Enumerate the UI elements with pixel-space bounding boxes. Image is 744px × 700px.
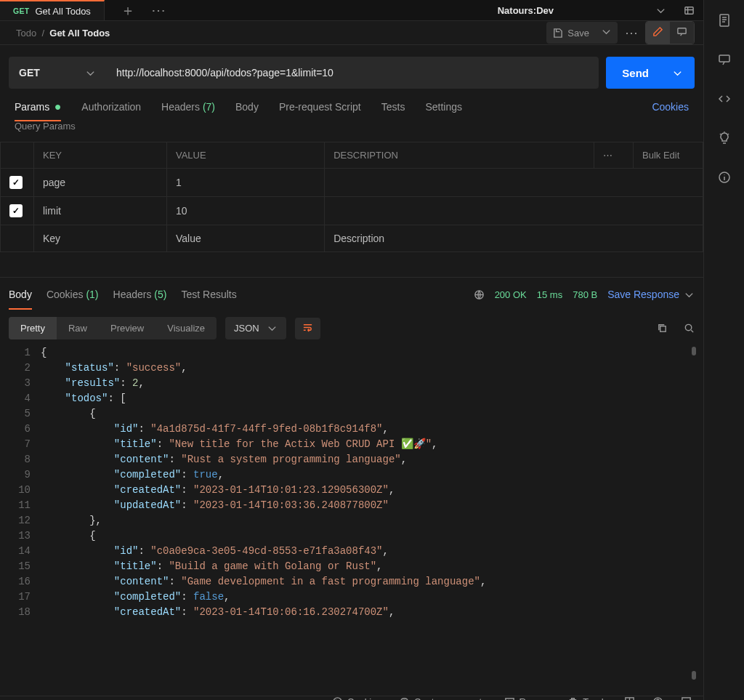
wrap-lines-icon[interactable] — [295, 318, 320, 339]
save-label: Save — [567, 28, 589, 39]
param-desc-placeholder[interactable]: Description — [325, 225, 703, 252]
format-select[interactable]: JSON — [225, 317, 286, 339]
view-row: Pretty Raw Preview Visualize JSON — [0, 311, 703, 345]
environment-selector[interactable]: Natours:Dev — [489, 0, 675, 20]
request-tabs: Params ● Authorization Headers (7) Body … — [0, 100, 703, 113]
resp-tab-cookies[interactable]: Cookies (1) — [46, 289, 99, 300]
tab-body[interactable]: Body — [235, 101, 259, 113]
documentation-icon[interactable] — [717, 13, 732, 28]
response-tabs: Body Cookies (1) Headers (5) Test Result… — [0, 278, 703, 311]
bottom-cookies[interactable]: Cookies — [332, 696, 381, 700]
send-label: Send — [622, 67, 649, 79]
lightbulb-icon[interactable] — [717, 131, 732, 145]
search-icon[interactable] — [684, 323, 695, 334]
param-desc[interactable] — [325, 197, 703, 225]
chevron-down-icon — [684, 289, 695, 300]
scrollbar-thumb[interactable] — [692, 347, 696, 355]
new-tab-icon[interactable]: ＋ — [121, 1, 135, 20]
tab-settings[interactable]: Settings — [425, 101, 462, 113]
row-checkbox[interactable]: ✓ — [1, 197, 34, 225]
method-select[interactable]: GET — [9, 57, 106, 89]
tab-prerequest[interactable]: Pre-request Script — [279, 101, 361, 113]
url-input[interactable] — [106, 57, 599, 89]
comment-icon[interactable] — [670, 22, 694, 44]
view-mode-toggle — [645, 21, 695, 44]
param-key[interactable]: limit — [34, 197, 167, 225]
url-row: GET Send — [0, 45, 703, 100]
status-bar: Cookies Capture requests Runner Trash — [0, 696, 703, 700]
trash-icon — [567, 696, 578, 700]
save-button[interactable]: Save — [546, 22, 595, 44]
tab-tests[interactable]: Tests — [381, 101, 405, 113]
response-body[interactable]: 123456789101112131415161718 { "status": … — [0, 345, 703, 696]
cookies-link[interactable]: Cookies — [652, 101, 689, 113]
table-row: ✓ limit 10 — [1, 197, 703, 225]
save-chevron[interactable] — [595, 22, 618, 44]
edit-icon[interactable] — [646, 22, 670, 44]
col-desc: DESCRIPTION — [325, 142, 594, 169]
scrollbar-thumb[interactable] — [692, 671, 696, 680]
chevron-down-icon — [672, 68, 683, 79]
breadcrumb-item: Get All Todos — [49, 28, 110, 39]
svg-rect-15 — [719, 55, 729, 62]
tab-more-icon[interactable]: ⋯ — [151, 1, 166, 19]
right-rail — [703, 0, 744, 700]
info-icon[interactable] — [717, 170, 732, 185]
svg-rect-0 — [685, 7, 693, 13]
view-pretty[interactable]: Pretty — [9, 317, 57, 339]
svg-point-4 — [685, 324, 691, 330]
chevron-down-icon — [655, 5, 666, 16]
save-response-button[interactable]: Save Response — [607, 289, 695, 300]
param-value[interactable]: 1 — [166, 169, 324, 197]
more-actions-icon[interactable]: ⋯ — [625, 25, 638, 41]
tab-title: Get All Todos — [36, 6, 91, 17]
resp-tab-testresults[interactable]: Test Results — [181, 289, 236, 300]
table-row: ✓ page 1 — [1, 169, 703, 197]
resp-tab-headers[interactable]: Headers (5) — [113, 289, 167, 300]
resp-tab-body[interactable]: Body — [9, 289, 32, 300]
layout-icon[interactable] — [624, 696, 635, 700]
tab-method: GET — [13, 7, 30, 15]
bottom-runner[interactable]: Runner — [504, 696, 551, 700]
format-label: JSON — [234, 323, 259, 334]
environment-name: Natours:Dev — [498, 5, 554, 16]
request-header: Todo / Get All Todos Save ⋯ — [0, 21, 703, 45]
param-desc[interactable] — [325, 169, 703, 197]
col-more-icon[interactable]: ⋯ — [594, 142, 634, 169]
param-key-placeholder[interactable]: Key — [34, 225, 167, 252]
code-icon[interactable] — [717, 92, 732, 106]
response-size: 780 B — [573, 289, 597, 300]
bottom-capture[interactable]: Capture requests — [399, 696, 487, 700]
breadcrumb-collection[interactable]: Todo — [16, 28, 36, 39]
tab-headers[interactable]: Headers (7) — [161, 101, 215, 113]
svg-rect-3 — [660, 326, 666, 332]
chevron-down-icon — [267, 323, 278, 334]
bottom-trash[interactable]: Trash — [567, 696, 607, 700]
save-icon — [552, 28, 563, 39]
chevron-down-icon — [85, 68, 96, 79]
open-tab[interactable]: GET Get All Todos — [0, 0, 105, 20]
globe-icon[interactable] — [474, 289, 485, 300]
help-icon[interactable] — [652, 696, 663, 700]
bulk-edit-button[interactable]: Bulk Edit — [634, 142, 703, 169]
param-value-placeholder[interactable]: Value — [166, 225, 324, 252]
panel-icon[interactable] — [681, 696, 692, 700]
tab-authorization[interactable]: Authorization — [81, 101, 141, 113]
response-section: Body Cookies (1) Headers (5) Test Result… — [0, 277, 703, 696]
environment-quicklook-icon[interactable] — [684, 5, 695, 16]
play-icon — [504, 696, 515, 700]
status-code: 200 OK — [495, 289, 527, 300]
method-label: GET — [19, 67, 40, 79]
comments-icon[interactable] — [717, 52, 732, 67]
row-checkbox[interactable]: ✓ — [1, 169, 34, 197]
param-value[interactable]: 10 — [166, 197, 324, 225]
col-key: KEY — [34, 142, 167, 169]
view-preview[interactable]: Preview — [99, 317, 155, 339]
view-raw[interactable]: Raw — [57, 317, 99, 339]
param-key[interactable]: page — [34, 169, 167, 197]
send-button[interactable]: Send — [606, 57, 695, 89]
view-visualize[interactable]: Visualize — [155, 317, 217, 339]
tab-params[interactable]: Params ● — [15, 100, 61, 113]
cookie-icon — [332, 696, 343, 700]
copy-icon[interactable] — [657, 323, 668, 334]
